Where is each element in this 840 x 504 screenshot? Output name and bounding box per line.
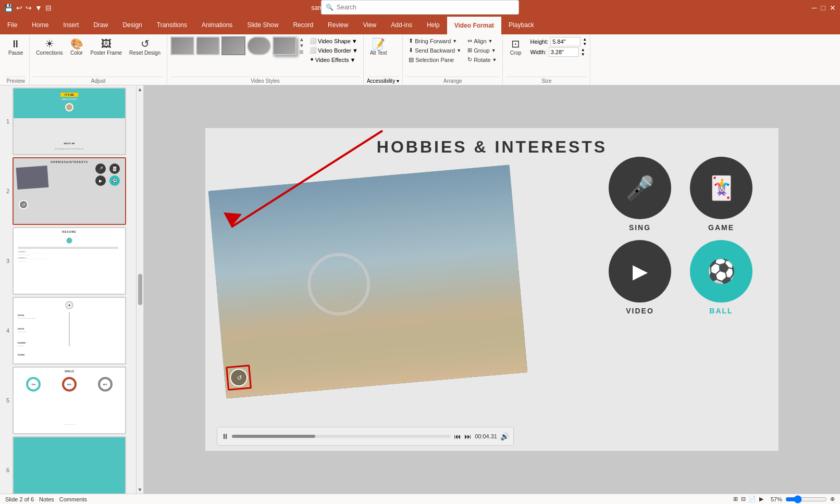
selection-pane-button[interactable]: ▤ Selection Pane <box>406 55 464 64</box>
video-element[interactable]: ↺ <box>208 165 528 398</box>
alt-text-button[interactable]: 📝 Alt Text <box>367 36 390 58</box>
slide-thumb-2[interactable]: HOBBIES&INTERESTS 🎤 🃏 ▶ ⚽ ↺ <box>13 157 126 225</box>
styles-scroll-down[interactable]: ▼ <box>299 43 304 48</box>
height-label: Height: <box>530 39 548 45</box>
tab-file[interactable]: File <box>0 16 24 34</box>
video-style-2[interactable] <box>196 36 220 55</box>
video-progress-bar[interactable] <box>232 435 451 438</box>
align-button[interactable]: ⇔ Align ▼ <box>465 36 499 45</box>
zoom-slider[interactable] <box>785 496 827 502</box>
tab-transitions[interactable]: Transitions <box>150 16 194 34</box>
send-backward-button[interactable]: ⬇ Send Backward ▼ <box>406 46 464 55</box>
tab-slide-show[interactable]: Slide Show <box>240 16 286 34</box>
accessibility-expand-button[interactable]: Accessibility ▾ <box>367 77 399 85</box>
status-bar: Slide 2 of 6 Notes Comments ⊞ ⊟ 📄 ▶ 57% … <box>0 494 840 504</box>
slides-scrollbar[interactable]: ▲ ▼ <box>137 85 144 494</box>
search-input[interactable] <box>337 4 514 11</box>
scroll-down-arrow[interactable]: ▼ <box>138 487 143 493</box>
crop-button[interactable]: ⊡ Crop <box>506 36 525 58</box>
video-progress-fill <box>232 435 315 438</box>
tab-record[interactable]: Record <box>286 16 320 34</box>
slide-item-4[interactable]: 4 ● SCHOOL Lorem ipsum dolor sit amet co… <box>2 297 134 364</box>
video-style-5[interactable] <box>273 36 297 55</box>
video-style-3[interactable] <box>221 36 245 55</box>
group-button[interactable]: ⊞ Group ▼ <box>465 46 499 55</box>
video-controls: ⏸ ⏮ ⏭ 00:04.31 🔊 <box>217 427 514 446</box>
notes-button[interactable]: Notes <box>39 496 54 502</box>
play-overlay-circle[interactable]: ↺ <box>229 368 249 387</box>
width-spinner[interactable]: ▲▼ <box>581 47 585 57</box>
customize-quick-access-icon[interactable]: ▼ <box>35 4 42 12</box>
reset-design-button[interactable]: ↺ Reset Design <box>126 36 164 58</box>
poster-frame-icon: 🖼 <box>101 39 112 49</box>
tab-review[interactable]: Review <box>320 16 355 34</box>
undo-icon[interactable]: ↩ <box>16 4 22 12</box>
tab-add-ins[interactable]: Add-ins <box>384 16 419 34</box>
tab-video-format[interactable]: Video Format <box>447 16 501 34</box>
presentation-mode-icon[interactable]: ⊟ <box>45 4 52 12</box>
slide-thumb-5[interactable]: SKILLS 75% 60% 85% Lorem ipsum dolor sit… <box>13 367 126 434</box>
height-input[interactable] <box>550 37 580 46</box>
slide-item-2[interactable]: 2 HOBBIES&INTERESTS 🎤 🃏 ▶ ⚽ ↺ <box>2 157 134 225</box>
slide-thumb-3[interactable]: RESUME COMPANY ▸ _____________________ L… <box>13 227 126 295</box>
view-slide-sorter-icon[interactable]: ⊟ <box>741 496 746 502</box>
styles-scroll-up[interactable]: ▲ <box>299 36 304 42</box>
tab-home[interactable]: Home <box>24 16 56 34</box>
tab-animations[interactable]: Animations <box>194 16 240 34</box>
height-spinner[interactable]: ▲▼ <box>583 37 587 46</box>
scroll-thumb[interactable] <box>138 274 142 305</box>
video-pause-button[interactable]: ⏸ <box>221 432 229 440</box>
styles-expand[interactable]: ⊞ <box>299 49 304 55</box>
sing-circle: 🎤 <box>609 157 671 219</box>
tab-help[interactable]: Help <box>419 16 447 34</box>
video-style-4[interactable] <box>247 36 271 55</box>
slide-item-3[interactable]: 3 RESUME COMPANY ▸ _____________________… <box>2 227 134 295</box>
restore-icon[interactable]: □ <box>821 4 825 12</box>
tab-playback[interactable]: Playback <box>501 16 541 34</box>
slide-item-5[interactable]: 5 SKILLS 75% 60% 85% Lorem ipsum dolor s… <box>2 367 134 434</box>
comments-button[interactable]: Comments <box>59 496 87 502</box>
search-bar[interactable]: 🔍 <box>321 0 519 15</box>
hobby-icons: 🎤 SING 🃏 GAME ▶ VIDEO ⚽ BALL <box>603 157 758 315</box>
view-slideshow-icon[interactable]: ▶ <box>759 496 763 502</box>
slide-thumb-4[interactable]: ● SCHOOL Lorem ipsum dolor sit amet cons… <box>13 297 126 364</box>
slide-thumb-1[interactable]: IT'S ME JAMES BOWER ABOUT ME Ut perspici… <box>13 87 126 155</box>
slide-thumb-6[interactable] <box>13 436 126 494</box>
redo-icon[interactable]: ↪ <box>26 4 32 12</box>
width-input[interactable] <box>549 47 579 57</box>
poster-frame-button[interactable]: 🖼 Poster Frame <box>88 36 126 58</box>
minimize-icon[interactable]: ─ <box>812 4 817 12</box>
slide-num-6: 6 <box>2 467 9 473</box>
size-group-label: Size <box>506 77 587 85</box>
video-border-button[interactable]: ⬜ Video Border ▼ <box>307 46 360 55</box>
pause-button[interactable]: ⏸ Pause <box>5 36 26 58</box>
video-next-frame-button[interactable]: ⏭ <box>464 432 472 440</box>
rotate-button[interactable]: ↻ Rotate ▼ <box>465 55 499 64</box>
save-icon[interactable]: 💾 <box>4 4 13 12</box>
video-volume-button[interactable]: 🔊 <box>500 432 509 440</box>
tab-design[interactable]: Design <box>115 16 149 34</box>
tab-insert[interactable]: Insert <box>56 16 86 34</box>
color-button[interactable]: 🎨 Color <box>67 36 87 58</box>
corrections-button[interactable]: ☀ Corrections <box>33 36 66 58</box>
game-circle: 🃏 <box>690 157 752 219</box>
video-style-1[interactable] <box>170 36 194 55</box>
tab-draw[interactable]: Draw <box>86 16 115 34</box>
video-shape-button[interactable]: ⬜ Video Shape ▼ <box>307 36 360 45</box>
scroll-up-arrow[interactable]: ▲ <box>138 86 143 92</box>
view-reading-icon[interactable]: 📄 <box>749 496 756 502</box>
tab-view[interactable]: View <box>355 16 384 34</box>
close-icon[interactable]: ✕ <box>830 4 836 12</box>
align-icon: ⇔ <box>467 37 472 44</box>
slide-item-6[interactable]: 6 <box>2 436 134 494</box>
video-prev-frame-button[interactable]: ⏮ <box>454 432 461 440</box>
view-normal-icon[interactable]: ⊞ <box>733 496 738 502</box>
status-bar-right: ⊞ ⊟ 📄 ▶ 57% ⊕ <box>733 496 835 502</box>
video-effects-button[interactable]: ✦ Video Effects ▼ <box>307 55 360 64</box>
preview-group-label: Preview <box>5 77 26 85</box>
zoom-fit-icon[interactable]: ⊕ <box>830 496 835 502</box>
ribbon-tab-strip: File Home Insert Draw Design Transitions… <box>0 16 840 34</box>
play-button-highlight[interactable]: ↺ <box>226 364 252 390</box>
bring-forward-button[interactable]: ⬆ Bring Forward ▼ <box>406 36 464 45</box>
slide-item-1[interactable]: 1 IT'S ME JAMES BOWER ABOUT ME Ut perspi… <box>2 87 134 155</box>
